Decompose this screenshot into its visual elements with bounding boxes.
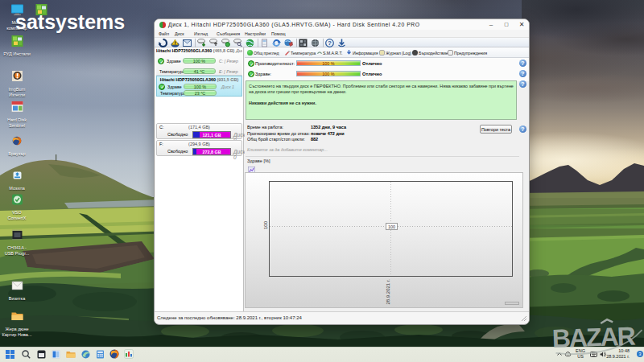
svg-text:?: ? [328,39,332,47]
